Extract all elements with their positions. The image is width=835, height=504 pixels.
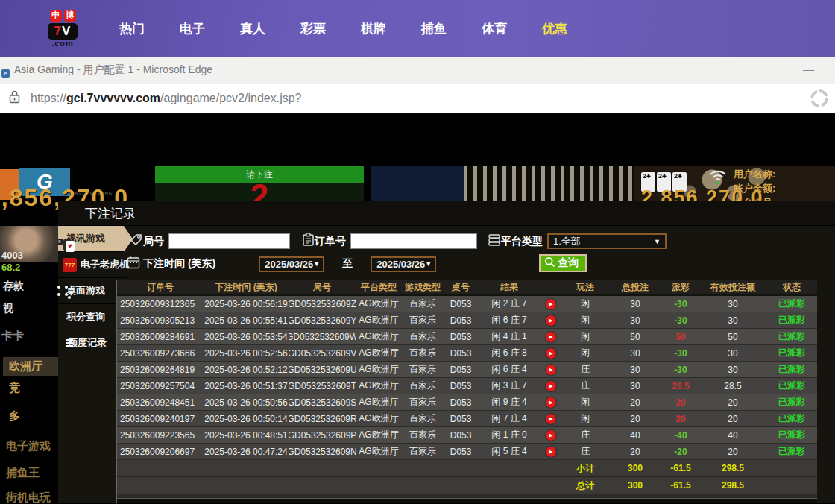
cell-valid-bet: 40 (700, 427, 766, 443)
cell-platform: AG欧洲厅 (356, 345, 402, 361)
cell-game-type: 百家乐 (402, 345, 444, 361)
cell-empty (478, 460, 541, 476)
nav-item[interactable]: 捕鱼 (421, 20, 447, 37)
column-header: 总投注 (609, 280, 661, 294)
cell-round-no: GD0532532609Y (289, 312, 356, 328)
cell-status: 已派彩 (766, 394, 818, 410)
cell-sum-label: 小计 (561, 460, 609, 476)
table-body: 2503260093123652025-03-26 00:56:19GD0532… (117, 296, 817, 494)
fragment-menu-jing: 竞 (9, 381, 20, 395)
nav-item[interactable]: 真人 (240, 20, 265, 37)
table-footer-line (117, 498, 817, 503)
nav-item[interactable]: 热门 (119, 20, 145, 37)
fragment-menu-duo: 多 (9, 409, 20, 423)
table-row: 2503260092648192025-03-26 00:52:12GD0532… (117, 362, 817, 378)
cell-result: 闲 6 庄 4 (478, 362, 541, 377)
nav-item[interactable]: 体育 (482, 20, 507, 37)
cell-empty (541, 477, 561, 494)
cell-payout: 28.5 (661, 378, 700, 394)
cell-sum-total: 300 (609, 477, 661, 494)
table-row: 2503260092066972025-03-26 00:47:24GD0532… (117, 444, 817, 460)
replay-play-icon[interactable]: ▶ (546, 430, 556, 441)
cell-status: 已派彩 (766, 329, 818, 344)
cell-play-type: 闲 (561, 312, 609, 328)
platform-select[interactable]: 1.全部 ▼ (547, 233, 667, 249)
sidebar-item-label: 桌面游戏 (66, 284, 105, 297)
bet-records-panel: 下注记录 ♥9视讯游戏777电子老虎机桌面游戏积分查询额度记录 局号 订单号 (58, 201, 835, 503)
nav-item[interactable]: 优惠 (542, 20, 567, 37)
column-header: 有效投注额 (700, 280, 766, 294)
column-header: 局号 (289, 280, 356, 294)
cell-order-no: 250326009264819 (117, 362, 204, 377)
cell-total-bet: 30 (609, 296, 661, 312)
live-stream-strip: G ASIA GAMING 请下注 2 2♣2♣2♣ 用户名称: 账户余额: 桌… (0, 166, 835, 201)
cell-valid-bet: 50 (700, 329, 766, 344)
date-from-value: 2025/03/26 (265, 259, 313, 270)
edge-favicon: e (1, 69, 10, 78)
cell-replay: ▶ (541, 378, 561, 394)
replay-play-icon[interactable]: ▶ (546, 315, 556, 326)
date-from-select[interactable]: 2025/03/26 ▼ (259, 256, 324, 272)
cell-order-no: 250326009257504 (117, 378, 204, 394)
cell-sum-valid: 298.5 (700, 477, 766, 494)
cell-order-no: 250326009305213 (117, 312, 204, 328)
stream-curtain (464, 166, 634, 201)
table-row: 2503260093123652025-03-26 00:56:19GD0532… (117, 296, 817, 312)
logo-badge-left: 申 (50, 10, 62, 22)
cell-table-no: D053 (444, 394, 478, 410)
cell-order-no: 250326009223565 (117, 427, 204, 443)
cell-table-no: D053 (444, 345, 478, 361)
replay-play-icon[interactable]: ▶ (546, 299, 556, 309)
bet-time-label: 下注时间 (美东) (143, 257, 215, 271)
column-header: 桌号 (444, 280, 478, 294)
date-to-select[interactable]: 2025/03/26 ▼ (371, 256, 436, 272)
cell-status: 已派彩 (766, 378, 818, 394)
site-logo[interactable]: 申 博 7V .com (34, 10, 91, 48)
cell-order-no: 250326009284691 (117, 329, 204, 344)
replay-play-icon[interactable]: ▶ (546, 414, 556, 424)
replay-play-icon[interactable]: ▶ (546, 365, 556, 375)
cell-payout: -30 (661, 312, 700, 328)
cell-bet-time: 2025-03-26 00:50:14 (204, 411, 289, 426)
cell-order-no: 250326009206697 (117, 444, 204, 459)
cell-play-type: 闲 (561, 345, 609, 361)
date-to-value: 2025/03/26 (376, 259, 425, 270)
refresh-icon[interactable] (810, 89, 829, 108)
sidebar-item-slot-777[interactable]: 777电子老虎机 (58, 252, 127, 278)
order-input[interactable] (350, 233, 477, 249)
replay-play-icon[interactable]: ▶ (546, 332, 556, 342)
cell-total-bet: 20 (609, 444, 661, 459)
nav-item[interactable]: 棋牌 (361, 20, 386, 37)
cell-empty (117, 460, 204, 476)
replay-play-icon[interactable]: ▶ (546, 447, 556, 457)
fragment-video: 视 (3, 302, 13, 315)
cell-valid-bet: 30 (700, 362, 766, 377)
replay-play-icon[interactable]: ▶ (546, 397, 556, 408)
replay-play-icon[interactable]: ▶ (546, 348, 556, 359)
magnifier-icon (544, 256, 555, 270)
round-input[interactable] (168, 233, 290, 249)
replay-play-icon[interactable]: ▶ (546, 381, 556, 391)
nav-item[interactable]: 电子 (180, 20, 205, 37)
sidebar-item-label: 电子老虎机 (81, 258, 129, 271)
cell-table-no: D053 (444, 362, 478, 377)
cell-game-type: 百家乐 (402, 312, 444, 328)
cell-empty (356, 477, 402, 494)
fragment-balance: 68.2 (1, 262, 20, 273)
cell-empty (766, 477, 818, 494)
sidebar-item-cards[interactable]: ♥9视讯游戏 (58, 226, 133, 252)
cell-platform: AG欧洲厅 (356, 362, 402, 377)
subtotal-row: 小计300-61.5298.5 (117, 460, 817, 477)
cell-replay: ▶ (541, 312, 561, 328)
cell-replay: ▶ (541, 394, 561, 410)
search-button[interactable]: 查询 (539, 254, 587, 272)
table-row: 2503260092846912025-03-26 00:53:54GD0532… (117, 329, 817, 345)
nav-item[interactable]: 彩票 (300, 20, 326, 37)
bet-countdown-box: 请下注 2 (155, 166, 364, 201)
minimize-button[interactable]: — (803, 63, 814, 75)
cell-sum-label: 总计 (561, 477, 609, 494)
cell-valid-bet: 30 (700, 296, 766, 312)
browser-urlbar[interactable]: https://gci.7vvvvvv.com/agingame/pcv2/in… (0, 84, 835, 114)
cell-empty (402, 460, 444, 476)
round-label: 局号 (143, 235, 164, 248)
